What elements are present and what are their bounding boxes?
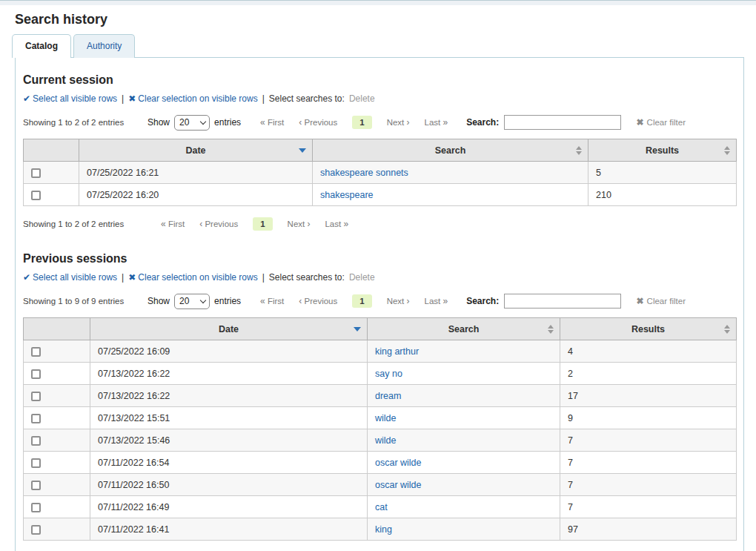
row-search-link[interactable]: king arthur bbox=[375, 346, 419, 357]
check-icon: ✔ bbox=[23, 93, 30, 104]
page-size-select[interactable]: 20 bbox=[174, 294, 210, 309]
row-search-link[interactable]: dream bbox=[375, 391, 401, 401]
show-label: Show bbox=[147, 117, 170, 128]
row-search-link[interactable]: oscar wilde bbox=[375, 480, 422, 490]
pagination-first[interactable]: « First bbox=[260, 117, 284, 128]
clear-filter-button[interactable]: ✖Clear filter bbox=[637, 117, 686, 128]
results-header-label: Results bbox=[646, 145, 679, 156]
select-all-link[interactable]: ✔Select all visible rows bbox=[23, 93, 117, 104]
clear-filter-button[interactable]: ✖Clear filter bbox=[637, 296, 686, 306]
next-label: Next bbox=[288, 220, 305, 228]
search-input[interactable] bbox=[504, 294, 621, 309]
row-date: 07/11/2022 16:41 bbox=[90, 518, 368, 541]
pagination-page-1[interactable]: 1 bbox=[253, 217, 272, 231]
search-column-header[interactable]: Search bbox=[368, 318, 560, 340]
pagination: « First ‹ Previous 1 Next › Last » bbox=[161, 217, 348, 231]
row-checkbox-cell bbox=[24, 452, 90, 474]
table-row: 07/13/2022 15:46wilde7 bbox=[24, 429, 737, 452]
row-search-cell: shakespeare sonnets bbox=[313, 162, 588, 184]
pagination-next[interactable]: Next › bbox=[288, 219, 311, 229]
next-chevron-icon: › bbox=[307, 219, 310, 229]
content-panel: Current session ✔Select all visible rows… bbox=[15, 57, 744, 551]
row-search-link[interactable]: cat bbox=[375, 502, 388, 512]
row-date: 07/25/2022 16:20 bbox=[79, 184, 313, 206]
row-search-link[interactable]: king bbox=[375, 524, 392, 535]
row-checkbox[interactable] bbox=[31, 414, 41, 423]
pagination-last[interactable]: Last » bbox=[325, 219, 348, 229]
date-column-header[interactable]: Date bbox=[90, 318, 368, 340]
previous-sessions-section: Previous sessions ✔Select all visible ro… bbox=[23, 252, 735, 551]
row-search-link[interactable]: wilde bbox=[375, 435, 397, 446]
row-checkbox-cell bbox=[24, 429, 90, 452]
first-label: First bbox=[268, 118, 284, 127]
sort-both-icon bbox=[724, 146, 730, 155]
pagination-last[interactable]: Last » bbox=[425, 117, 448, 128]
pagination-last[interactable]: Last » bbox=[425, 296, 448, 306]
table-row: 07/11/2022 16:41king97 bbox=[24, 518, 737, 541]
first-label: First bbox=[268, 297, 284, 306]
next-chevron-icon: › bbox=[407, 296, 410, 306]
section-heading: Current session bbox=[23, 73, 735, 87]
tab-authority[interactable]: Authority bbox=[73, 34, 135, 58]
date-column-header[interactable]: Date bbox=[79, 139, 313, 162]
row-checkbox[interactable] bbox=[31, 458, 41, 468]
show-label: Show bbox=[147, 296, 170, 306]
page-size-select[interactable]: 20 bbox=[174, 115, 210, 131]
row-search-cell: dream bbox=[368, 385, 560, 407]
row-checkbox[interactable] bbox=[31, 347, 41, 357]
row-checkbox[interactable] bbox=[31, 168, 41, 178]
row-checkbox[interactable] bbox=[31, 392, 41, 401]
row-results: 2 bbox=[560, 363, 737, 385]
row-results: 9 bbox=[560, 407, 737, 429]
search-input[interactable] bbox=[504, 115, 621, 130]
row-search-link[interactable]: shakespeare sonnets bbox=[320, 168, 408, 178]
previous-label: Previous bbox=[305, 297, 338, 306]
checkbox-column-header bbox=[24, 139, 79, 162]
pagination-next[interactable]: Next › bbox=[387, 117, 410, 128]
table-row: 07/13/2022 16:22say no2 bbox=[24, 363, 737, 385]
row-checkbox[interactable] bbox=[31, 525, 41, 535]
table-controls: Showing 1 to 9 of 9 entries Show 20 entr… bbox=[23, 292, 735, 310]
row-results: 7 bbox=[560, 474, 737, 496]
row-search-cell: oscar wilde bbox=[368, 452, 560, 474]
search-column-header[interactable]: Search bbox=[313, 139, 588, 162]
delete-button[interactable]: Delete bbox=[349, 272, 375, 283]
row-checkbox[interactable] bbox=[31, 503, 41, 512]
row-checkbox[interactable] bbox=[31, 191, 41, 200]
results-column-header[interactable]: Results bbox=[588, 139, 737, 162]
pagination-page-1[interactable]: 1 bbox=[352, 294, 371, 308]
results-column-header[interactable]: Results bbox=[560, 318, 737, 340]
table-row: 07/25/2022 16:20shakespeare210 bbox=[24, 184, 737, 206]
row-search-link[interactable]: shakespeare bbox=[320, 190, 374, 200]
row-results: 97 bbox=[560, 518, 737, 541]
row-checkbox-cell bbox=[24, 474, 90, 496]
row-checkbox[interactable] bbox=[31, 436, 41, 446]
delete-button[interactable]: Delete bbox=[349, 93, 375, 104]
previous-chevron-icon: ‹ bbox=[299, 296, 302, 306]
row-date: 07/13/2022 15:51 bbox=[90, 407, 368, 429]
row-checkbox-cell bbox=[24, 340, 90, 363]
clear-selection-label: Clear selection on visible rows bbox=[138, 93, 257, 104]
row-search-link[interactable]: wilde bbox=[375, 413, 397, 423]
sort-desc-icon bbox=[354, 327, 361, 331]
tab-catalog[interactable]: Catalog bbox=[12, 34, 71, 58]
pagination-next[interactable]: Next › bbox=[387, 296, 410, 306]
pagination-previous[interactable]: ‹ Previous bbox=[299, 296, 337, 306]
pagination-previous[interactable]: ‹ Previous bbox=[299, 117, 337, 128]
pagination-first[interactable]: « First bbox=[161, 219, 185, 229]
clear-filter-label: Clear filter bbox=[647, 297, 686, 306]
clear-selection-link[interactable]: ✖Clear selection on visible rows bbox=[128, 93, 257, 104]
select-all-link[interactable]: ✔Select all visible rows bbox=[23, 272, 117, 283]
row-search-link[interactable]: oscar wilde bbox=[375, 458, 422, 468]
row-checkbox-cell bbox=[24, 363, 90, 385]
pagination-first[interactable]: « First bbox=[260, 296, 284, 306]
row-checkbox[interactable] bbox=[31, 369, 41, 379]
entries-info: Showing 1 to 2 of 2 entries bbox=[23, 220, 134, 228]
row-checkbox[interactable] bbox=[31, 481, 41, 490]
row-search-link[interactable]: say no bbox=[375, 369, 402, 379]
last-chevron-icon: » bbox=[442, 117, 448, 128]
clear-selection-link[interactable]: ✖Clear selection on visible rows bbox=[128, 272, 257, 283]
row-checkbox-cell bbox=[24, 496, 90, 518]
pagination-page-1[interactable]: 1 bbox=[352, 116, 371, 129]
pagination-previous[interactable]: ‹ Previous bbox=[199, 219, 238, 229]
